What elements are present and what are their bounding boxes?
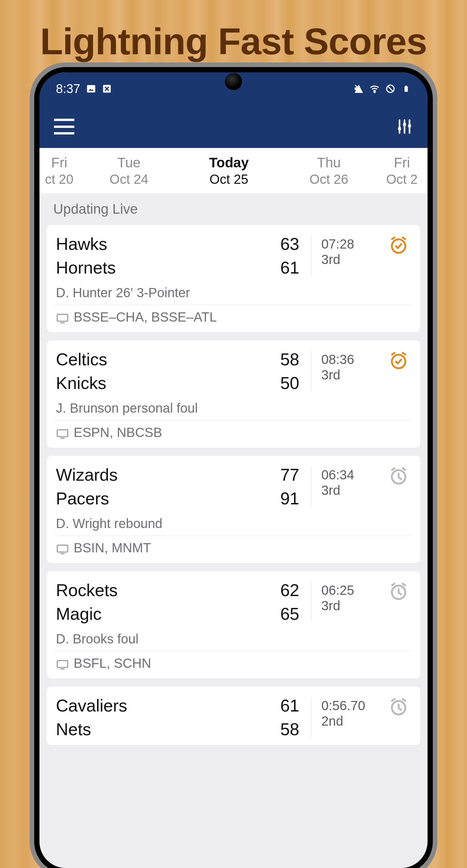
game-card[interactable]: Celtics58Knicks5008:363rdJ. Brunson pers…: [47, 340, 420, 448]
svg-rect-0: [87, 85, 95, 93]
game-clock: 0:56.70: [321, 699, 387, 713]
date-tab[interactable]: ThuOct 26: [279, 155, 379, 187]
game-period: 2nd: [321, 714, 387, 728]
alarm-icon[interactable]: [389, 351, 408, 371]
broadcast-text: BSFL, SCHN: [74, 656, 151, 671]
team-score: 58: [280, 719, 299, 739]
game-card[interactable]: Wizards77Pacers9106:343rdD. Wright rebou…: [47, 456, 420, 563]
date-tab-date: Oct 25: [180, 172, 278, 187]
date-tab-dow: Tue: [80, 155, 178, 170]
last-play: D. Brooks foul: [56, 631, 411, 651]
svg-rect-6: [398, 127, 401, 130]
svg-point-2: [374, 91, 375, 93]
last-play: D. Hunter 26' 3-Pointer: [56, 285, 411, 305]
team-name: Cavaliers: [56, 696, 127, 715]
phone-camera-cutout: [225, 73, 242, 90]
game-period: 3rd: [321, 368, 387, 382]
team-score: 77: [280, 465, 299, 485]
team-name: Nets: [56, 719, 91, 739]
date-tab-dow: Fri: [379, 155, 424, 170]
team-score: 61: [280, 258, 299, 278]
date-tab-dow: Today: [180, 155, 278, 170]
team-name: Celtics: [56, 349, 107, 369]
team-name: Hawks: [56, 234, 107, 254]
tv-icon: [56, 543, 69, 553]
vertical-divider: [311, 351, 311, 391]
game-clock: 06:34: [321, 468, 387, 482]
broadcast-text: ESPN, NBCSB: [74, 425, 162, 440]
game-card[interactable]: Cavaliers61Nets580:56.702nd: [47, 686, 420, 745]
date-tab[interactable]: Frict 20: [39, 155, 79, 187]
svg-rect-14: [57, 545, 68, 552]
last-play: D. Wright rebound: [56, 516, 411, 536]
alarm-icon[interactable]: [389, 582, 408, 601]
date-tab-date: Oct 26: [280, 172, 378, 187]
live-status: Updating Live: [39, 193, 428, 225]
team-name: Hornets: [56, 258, 116, 278]
promo-headline: Lightning Fast Scores: [0, 0, 467, 63]
game-card[interactable]: Rockets62Magic6506:253rdD. Brooks foulBS…: [47, 571, 420, 679]
team-name: Magic: [56, 604, 102, 624]
svg-rect-16: [57, 660, 68, 668]
date-tab[interactable]: TueOct 24: [79, 155, 179, 187]
menu-button[interactable]: [54, 119, 74, 134]
team-name: Pacers: [56, 489, 109, 508]
svg-rect-10: [57, 314, 68, 321]
status-time: 8:37: [56, 82, 80, 96]
svg-rect-5: [405, 86, 407, 87]
date-tab[interactable]: TodayOct 25: [179, 155, 279, 187]
image-icon: [86, 84, 96, 94]
vertical-divider: [311, 467, 311, 506]
team-score: 50: [280, 373, 299, 393]
team-name: Knicks: [56, 373, 106, 393]
game-clock: 08:36: [321, 352, 387, 367]
last-play: J. Brunson personal foul: [56, 401, 411, 420]
team-score: 61: [280, 696, 299, 715]
date-tab-date: Oct 2: [379, 172, 424, 187]
game-clock: 07:28: [321, 237, 387, 251]
wifi-icon: [370, 84, 379, 94]
team-name: Rockets: [56, 580, 118, 600]
app-bar: [39, 105, 428, 148]
broadcast-text: BSSE–CHA, BSSE–ATL: [74, 310, 217, 324]
broadcast-text: BSIN, MNMT: [74, 540, 151, 555]
date-tab-date: ct 20: [40, 172, 78, 187]
alarm-icon[interactable]: [389, 697, 408, 717]
game-card[interactable]: Hawks63Hornets6107:283rdD. Hunter 26' 3-…: [47, 225, 420, 332]
date-tab[interactable]: FriOct 2: [379, 155, 425, 187]
svg-rect-8: [408, 125, 411, 128]
date-tab-dow: Fri: [40, 155, 78, 170]
tv-icon: [56, 427, 69, 438]
tv-icon: [56, 658, 69, 669]
filter-button[interactable]: [396, 118, 413, 135]
team-score: 65: [280, 604, 299, 624]
game-period: 3rd: [321, 252, 387, 267]
vertical-divider: [311, 582, 311, 622]
game-period: 3rd: [321, 598, 387, 613]
date-tab-date: Oct 24: [80, 172, 178, 187]
game-clock: 06:25: [321, 583, 387, 598]
game-period: 3rd: [321, 483, 387, 498]
vertical-divider: [311, 236, 311, 276]
team-score: 63: [280, 234, 299, 254]
team-name: Wizards: [56, 465, 118, 485]
date-tab-dow: Thu: [280, 155, 378, 170]
team-score: 62: [280, 580, 299, 600]
svg-rect-12: [57, 430, 68, 437]
vertical-divider: [311, 698, 311, 737]
svg-rect-7: [403, 123, 406, 126]
mute-icon: [354, 84, 364, 94]
phone-frame: 8:37: [30, 62, 437, 868]
close-box-icon: [102, 84, 112, 94]
tv-icon: [56, 312, 69, 322]
battery-icon: [401, 84, 411, 94]
no-entry-icon: [385, 84, 395, 94]
alarm-icon[interactable]: [389, 236, 408, 255]
date-tab-bar[interactable]: Frict 20TueOct 24TodayOct 25ThuOct 26Fri…: [39, 148, 428, 193]
team-score: 91: [280, 489, 299, 508]
team-score: 58: [280, 349, 299, 369]
svg-rect-4: [405, 87, 408, 92]
alarm-icon[interactable]: [389, 466, 408, 486]
